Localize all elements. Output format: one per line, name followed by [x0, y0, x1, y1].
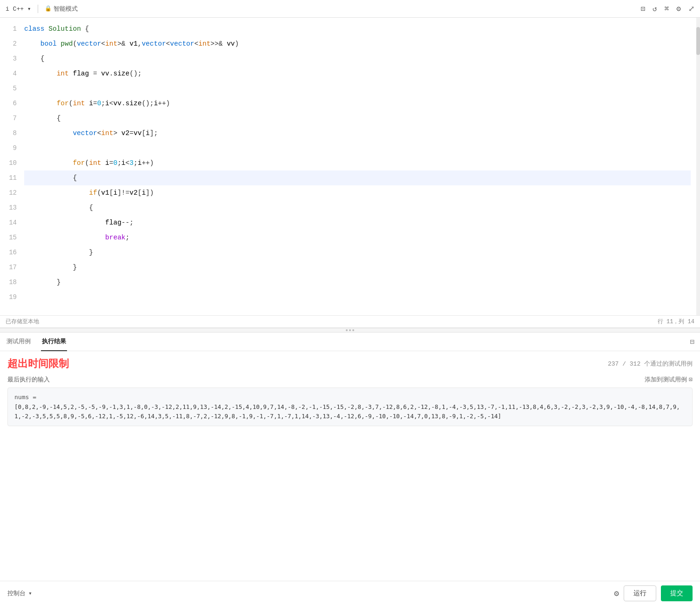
mode-indicator: 🔒 智能模式: [45, 5, 78, 13]
shortcut-icon[interactable]: ⌘: [665, 4, 669, 14]
drag-dot-3: [352, 329, 354, 331]
line-num-10: 10: [0, 156, 17, 170]
run-button[interactable]: 运行: [624, 585, 656, 601]
code-line-9: [24, 141, 691, 156]
input-value: [0,8,2,-9,-14,5,2,-5,-5,-9,-1,3,1,-8,0,-…: [14, 402, 686, 421]
toolbar-left: i C++ ▾ 🔒 智能模式: [6, 5, 78, 13]
result-content: 超出时间限制 237 / 312 个通过的测试用例 最后执行的输入 添加到测试用…: [0, 351, 700, 432]
line-num-17: 17: [0, 260, 17, 275]
settings-icon[interactable]: ⚙: [676, 4, 681, 14]
line-numbers: 1 2 3 4 5 6 7 8 9 10 11 12 13 14 15 16 1…: [0, 18, 24, 315]
code-line-17: }: [24, 260, 691, 275]
line-num-18: 18: [0, 275, 17, 290]
language-selector[interactable]: i C++ ▾: [6, 5, 31, 13]
submit-button[interactable]: 提交: [661, 585, 693, 601]
code-line-15: break;: [24, 230, 691, 245]
pass-label: 个通过的测试用例: [644, 360, 693, 367]
line-num-6: 6: [0, 96, 17, 111]
add-to-test-button[interactable]: 添加到测试用例 ⊡: [645, 375, 693, 384]
drag-handle[interactable]: [0, 328, 700, 333]
pass-count: 237 / 312 个通过的测试用例: [608, 360, 693, 368]
add-test-icon: ⊡: [689, 376, 693, 383]
tabs-bar: 测试用例 执行结果 ⊟: [0, 333, 700, 351]
add-test-label: 添加到测试用例: [645, 375, 687, 384]
input-box: nums = [0,8,2,-9,-14,5,2,-5,-5,-9,-1,3,1…: [7, 387, 693, 426]
code-line-5: [24, 81, 691, 96]
tab-exec-results[interactable]: 执行结果: [41, 333, 67, 351]
last-input-section: 最后执行的输入 添加到测试用例 ⊡ nums = [0,8,2,-9,-14,5…: [7, 375, 693, 426]
tle-message: 超出时间限制: [7, 357, 69, 371]
code-line-4: int flag = vv.size();: [24, 66, 691, 81]
code-line-3: {: [24, 51, 691, 66]
tab-test-cases[interactable]: 测试用例: [6, 333, 32, 351]
code-line-11: {: [24, 170, 691, 185]
line-num-16: 16: [0, 245, 17, 260]
line-num-3: 3: [0, 51, 17, 66]
line-num-4: 4: [0, 66, 17, 81]
console-label: 控制台: [7, 589, 26, 598]
code-line-10: for(int i=0;i<3;i++): [24, 156, 691, 170]
line-num-7: 7: [0, 111, 17, 126]
drag-dots: [346, 329, 354, 331]
mode-label: 智能模式: [54, 5, 78, 13]
code-line-6: for(int i=0;i<vv.size();i++): [24, 96, 691, 111]
bottom-panel: 测试用例 执行结果 ⊟ 超出时间限制 237 / 312 个通过的测试用例 最后…: [0, 333, 700, 432]
code-content[interactable]: class Solution { bool pwd(vector<int>& v…: [24, 18, 700, 315]
input-var-label: nums =: [14, 393, 686, 402]
line-num-14: 14: [0, 215, 17, 230]
code-line-14: flag--;: [24, 215, 691, 230]
status-saved: 已存储至本地: [6, 318, 39, 326]
expand-icon[interactable]: ⤢: [688, 4, 694, 14]
footer-right: ⚙ 运行 提交: [614, 585, 693, 601]
code-line-1: class Solution {: [24, 21, 691, 36]
scrollbar-track[interactable]: [696, 18, 700, 315]
language-label: i C++: [6, 6, 24, 13]
collapse-icon: ⊟: [690, 338, 694, 347]
last-input-header: 最后执行的输入 添加到测试用例 ⊡: [7, 375, 693, 384]
bottom-footer: 控制台 ▾ ⚙ 运行 提交: [0, 581, 700, 605]
toolbar: i C++ ▾ 🔒 智能模式 ⊡ ↺ ⌘ ⚙ ⤢: [0, 0, 700, 18]
last-input-label: 最后执行的输入: [7, 375, 50, 384]
console-chevron-icon: ▾: [28, 590, 32, 597]
tabs-left: 测试用例 执行结果: [6, 333, 67, 351]
line-num-11: 11: [0, 170, 17, 185]
toolbar-divider: [38, 5, 38, 13]
code-container: 1 2 3 4 5 6 7 8 9 10 11 12 13 14 15 16 1…: [0, 18, 700, 315]
bookmark-icon[interactable]: ⊡: [640, 4, 645, 14]
code-line-7: {: [24, 111, 691, 126]
line-num-8: 8: [0, 126, 17, 141]
status-bar: 已存储至本地 行 11，列 14: [0, 316, 700, 328]
cursor-position: 行 11，列 14: [658, 318, 694, 326]
pass-fraction: 237 / 312: [608, 360, 640, 367]
console-toggle[interactable]: 控制台 ▾: [7, 589, 32, 598]
line-num-2: 2: [0, 36, 17, 51]
line-num-13: 13: [0, 200, 17, 215]
code-line-8: vector<int> v2=vv[i];: [24, 126, 691, 141]
lock-icon: 🔒: [45, 5, 52, 12]
code-line-13: {: [24, 200, 691, 215]
code-line-16: }: [24, 245, 691, 260]
undo-icon[interactable]: ↺: [653, 4, 657, 14]
drag-dot-1: [346, 329, 348, 331]
scrollbar-thumb[interactable]: [696, 27, 700, 55]
language-chevron-icon: ▾: [27, 6, 31, 13]
collapse-panel-button[interactable]: ⊟: [690, 337, 694, 347]
line-num-19: 19: [0, 290, 17, 305]
line-num-1: 1: [0, 21, 17, 36]
line-num-12: 12: [0, 185, 17, 200]
code-editor[interactable]: 1 2 3 4 5 6 7 8 9 10 11 12 13 14 15 16 1…: [0, 18, 700, 316]
code-line-18: }: [24, 275, 691, 290]
line-num-9: 9: [0, 141, 17, 156]
line-num-5: 5: [0, 81, 17, 96]
drag-dot-2: [349, 329, 351, 331]
result-header: 超出时间限制 237 / 312 个通过的测试用例: [7, 357, 693, 371]
code-line-19: [24, 290, 691, 305]
toolbar-right: ⊡ ↺ ⌘ ⚙ ⤢: [640, 4, 694, 14]
footer-settings-icon[interactable]: ⚙: [614, 588, 619, 598]
code-line-12: if(v1[i]!=v2[i]): [24, 185, 691, 200]
line-num-15: 15: [0, 230, 17, 245]
code-line-2: bool pwd(vector<int>& v1,vector<vector<i…: [24, 36, 691, 51]
